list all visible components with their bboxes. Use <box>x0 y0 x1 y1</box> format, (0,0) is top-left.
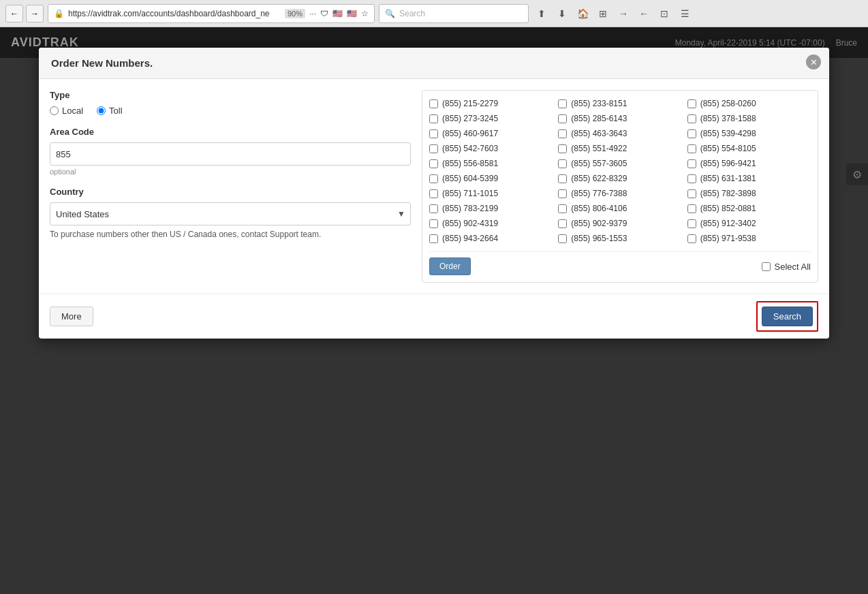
phone-number-text: (855) 378-1588 <box>700 114 756 123</box>
number-checkbox-21[interactable] <box>429 204 438 213</box>
number-item: (855) 556-8581 <box>429 157 553 170</box>
screenshot-button[interactable]: ⊡ <box>655 5 673 22</box>
number-item: (855) 542-7603 <box>429 142 553 155</box>
back-button[interactable]: ← <box>5 5 23 22</box>
number-checkbox-4[interactable] <box>558 114 567 123</box>
number-checkbox-23[interactable] <box>687 204 696 213</box>
number-checkbox-3[interactable] <box>429 114 438 123</box>
number-checkbox-14[interactable] <box>687 159 696 168</box>
country-select[interactable]: United States Canada <box>50 202 411 225</box>
number-checkbox-5[interactable] <box>687 114 696 123</box>
flag-us-icon: 🇺🇸 <box>332 9 343 18</box>
number-checkbox-1[interactable] <box>558 99 567 108</box>
area-code-input[interactable] <box>50 142 411 166</box>
phone-number-text: (855) 460-9617 <box>442 129 498 138</box>
number-checkbox-10[interactable] <box>558 144 567 153</box>
browser-search-bar[interactable]: 🔍 Search <box>379 4 529 23</box>
number-checkbox-11[interactable] <box>687 144 696 153</box>
number-checkbox-19[interactable] <box>558 189 567 198</box>
toll-radio-input[interactable] <box>97 106 106 115</box>
number-item: (855) 551-4922 <box>558 142 681 155</box>
browser-nav-icons: ← → <box>5 5 44 22</box>
forward-button[interactable]: → <box>26 5 44 22</box>
phone-number-text: (855) 233-8151 <box>571 99 627 108</box>
phone-number-text: (855) 557-3605 <box>571 159 627 168</box>
number-checkbox-8[interactable] <box>687 129 696 138</box>
select-all-label[interactable]: Select All <box>775 262 811 272</box>
extensions-button[interactable]: ⬆ <box>533 5 551 22</box>
back-nav-button[interactable]: ← <box>635 5 653 22</box>
type-radio-group: Local Toll <box>50 106 411 116</box>
area-code-form-group: Area Code optional <box>50 127 411 176</box>
home-button[interactable]: 🏠 <box>574 5 591 22</box>
number-checkbox-27[interactable] <box>429 234 438 243</box>
country-info: To purchase numbers other then US / Cana… <box>50 230 411 239</box>
phone-number-text: (855) 554-8105 <box>700 144 756 153</box>
number-checkbox-15[interactable] <box>429 174 438 183</box>
phone-number-text: (855) 776-7388 <box>571 189 627 198</box>
star-icon[interactable]: ☆ <box>361 9 369 18</box>
number-checkbox-13[interactable] <box>558 159 567 168</box>
forward-nav-button[interactable]: → <box>615 5 632 22</box>
number-checkbox-28[interactable] <box>558 234 567 243</box>
phone-number-text: (855) 273-3245 <box>442 114 498 123</box>
select-all-checkbox[interactable] <box>762 262 771 271</box>
number-checkbox-0[interactable] <box>429 99 438 108</box>
toll-radio-option[interactable]: Toll <box>97 106 123 116</box>
number-checkbox-16[interactable] <box>558 174 567 183</box>
local-radio-option[interactable]: Local <box>50 106 83 116</box>
menu-button[interactable]: ☰ <box>676 5 694 22</box>
number-item: (855) 902-4319 <box>429 217 553 230</box>
number-checkbox-20[interactable] <box>687 189 696 198</box>
phone-number-text: (855) 852-0881 <box>700 204 756 213</box>
number-checkbox-2[interactable] <box>687 99 696 108</box>
number-item: (855) 622-8329 <box>558 172 681 185</box>
number-checkbox-6[interactable] <box>429 129 438 138</box>
address-bar[interactable]: 🔒 https://avidtrak.com/accounts/dashboar… <box>48 4 375 23</box>
phone-number-text: (855) 902-9379 <box>571 219 627 228</box>
number-item: (855) 554-8105 <box>687 142 811 155</box>
phone-number-text: (855) 556-8581 <box>442 159 498 168</box>
number-checkbox-12[interactable] <box>429 159 438 168</box>
lock-icon: 🔒 <box>54 9 64 18</box>
type-label: Type <box>50 90 411 100</box>
area-code-hint: optional <box>50 168 411 176</box>
number-checkbox-29[interactable] <box>687 234 696 243</box>
search-button-highlight: Search <box>756 301 818 332</box>
modal-body: Type Local Toll <box>39 79 829 294</box>
number-item: (855) 912-3402 <box>687 217 811 230</box>
local-radio-label[interactable]: Local <box>62 106 83 116</box>
more-button[interactable]: More <box>50 307 93 326</box>
type-form-group: Type Local Toll <box>50 90 411 116</box>
toll-radio-label[interactable]: Toll <box>109 106 123 116</box>
phone-number-text: (855) 971-9538 <box>700 234 756 243</box>
country-form-group: Country United States Canada ▼ To purcha… <box>50 187 411 239</box>
search-button[interactable]: Search <box>762 307 813 326</box>
number-item: (855) 233-8151 <box>558 97 681 110</box>
modal-close-button[interactable]: ✕ <box>806 54 821 69</box>
phone-number-text: (855) 551-4922 <box>571 144 627 153</box>
number-item: (855) 852-0881 <box>687 202 811 215</box>
phone-number-text: (855) 596-9421 <box>700 159 756 168</box>
number-checkbox-24[interactable] <box>429 219 438 228</box>
number-checkbox-18[interactable] <box>429 189 438 198</box>
download-button[interactable]: ⬇ <box>553 5 571 22</box>
left-panel: Type Local Toll <box>50 90 411 283</box>
shield-icon: 🛡 <box>320 9 328 18</box>
number-checkbox-25[interactable] <box>558 219 567 228</box>
number-checkbox-7[interactable] <box>558 129 567 138</box>
number-checkbox-17[interactable] <box>687 174 696 183</box>
browser-chrome: ← → 🔒 https://avidtrak.com/accounts/dash… <box>0 0 868 27</box>
phone-number-text: (855) 604-5399 <box>442 174 498 183</box>
more-dots-icon[interactable]: ··· <box>309 9 316 18</box>
order-button[interactable]: Order <box>429 257 471 275</box>
number-checkbox-26[interactable] <box>687 219 696 228</box>
number-checkbox-22[interactable] <box>558 204 567 213</box>
phone-number-text: (855) 258-0260 <box>700 99 756 108</box>
number-item: (855) 215-2279 <box>429 97 553 110</box>
apps-button[interactable]: ⊞ <box>594 5 612 22</box>
number-checkbox-9[interactable] <box>429 144 438 153</box>
phone-number-text: (855) 902-4319 <box>442 219 498 228</box>
phone-number-text: (855) 711-1015 <box>442 189 498 198</box>
local-radio-input[interactable] <box>50 106 59 115</box>
